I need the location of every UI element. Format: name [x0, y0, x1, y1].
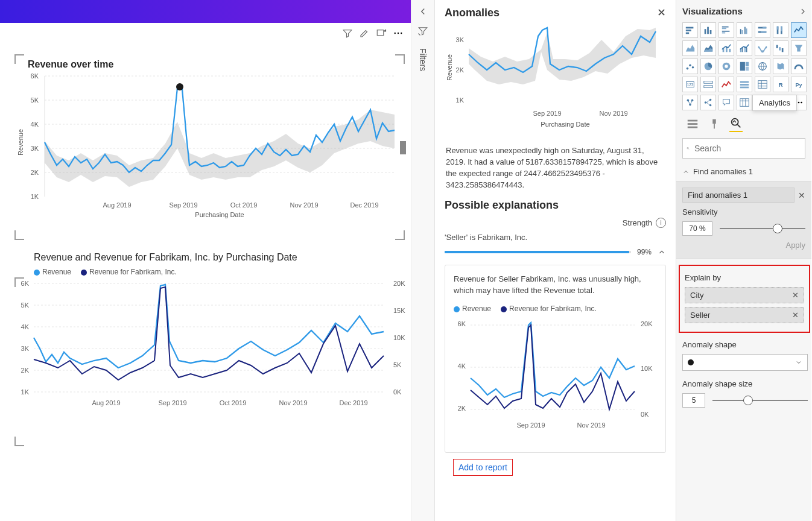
viz-kpi-icon[interactable] — [718, 77, 734, 92]
remove-field-icon[interactable]: ✕ — [792, 311, 799, 320]
y-axis-label: Revenue — [17, 129, 24, 156]
viz-stacked-column-icon[interactable] — [700, 22, 716, 38]
viz-python-icon[interactable]: Py — [791, 77, 807, 92]
sensitivity-label: Sensitivity — [682, 207, 805, 216]
chevron-up-icon[interactable] — [658, 248, 666, 256]
svg-text:6K: 6K — [458, 320, 466, 327]
chevron-right-icon[interactable] — [798, 7, 808, 16]
add-to-report-button[interactable]: Add to report — [453, 459, 513, 476]
chevron-left-icon[interactable] — [417, 6, 428, 17]
viz-treemap-icon[interactable] — [737, 58, 752, 74]
svg-text:15K: 15K — [393, 307, 405, 314]
field-well-seller[interactable]: Seller✕ — [685, 307, 804, 323]
viz-decomposition-icon[interactable] — [700, 95, 716, 110]
viz-key-influencers-icon[interactable] — [682, 95, 698, 110]
viz-ribbon-icon[interactable] — [755, 40, 770, 56]
svg-rect-106 — [704, 86, 712, 88]
viz-line-clustered-column-icon[interactable] — [737, 40, 752, 56]
shape-size-input[interactable]: 5 — [682, 393, 705, 408]
explanation-mini-chart: 6K 4K 2K 20K 10K 0K Sep 2019 Nov 2019 — [454, 317, 659, 437]
viz-matrix-icon[interactable] — [737, 95, 752, 110]
sensitivity-slider[interactable] — [720, 228, 805, 229]
chart-visual-revenue-fabrikam[interactable]: 6K 5K 4K 3K 2K 1K 20K 15K 10K 5K 0K Aug … — [17, 280, 411, 425]
explanation-card-text: Revenue for Seller Fabrikam, Inc. was un… — [454, 274, 657, 295]
viz-clustered-column-icon[interactable] — [737, 22, 752, 38]
viz-stacked-bar-icon[interactable] — [682, 22, 698, 38]
edit-icon[interactable] — [359, 28, 370, 39]
shape-size-slider[interactable] — [712, 400, 808, 401]
chevron-down-icon — [795, 359, 802, 366]
analytics-tab-icon[interactable] — [729, 116, 743, 132]
svg-text:4K: 4K — [21, 323, 30, 330]
svg-rect-71 — [740, 29, 741, 34]
anomaly-shape-select[interactable] — [682, 354, 808, 371]
viz-card-icon[interactable]: 123 — [682, 77, 698, 92]
fields-tab-icon[interactable] — [686, 118, 699, 131]
focus-icon[interactable] — [376, 28, 387, 39]
selection-handle[interactable] — [395, 54, 405, 64]
viz-pie-icon[interactable] — [700, 58, 716, 74]
search-field[interactable] — [693, 143, 801, 154]
selection-handle[interactable] — [395, 230, 405, 240]
svg-text:Py: Py — [795, 82, 802, 88]
chart-title: Revenue over time — [17, 57, 402, 71]
x-axis-label: Purchasing Date — [195, 211, 244, 218]
viz-funnel-icon[interactable] — [791, 40, 807, 56]
viz-stacked-area-icon[interactable] — [700, 40, 716, 56]
viz-100-stacked-column-icon[interactable] — [773, 22, 788, 38]
svg-rect-127 — [712, 119, 716, 124]
svg-rect-101 — [746, 67, 749, 71]
sensitivity-input[interactable]: 70 % — [682, 221, 712, 236]
apply-button[interactable]: Apply — [682, 241, 805, 250]
strength-row: 99% — [445, 248, 666, 256]
viz-table-icon[interactable] — [755, 77, 770, 92]
remove-icon[interactable]: ✕ — [798, 191, 805, 200]
selection-handle[interactable] — [14, 277, 24, 287]
viz-waterfall-icon[interactable] — [773, 40, 788, 56]
explanation-card-legend: Revenue Revenue for Fabrikam, Inc. — [454, 305, 657, 313]
viz-multi-card-icon[interactable] — [700, 77, 716, 92]
visual-toolbar — [342, 28, 404, 39]
viz-slicer-icon[interactable] — [737, 77, 752, 92]
viz-area-chart-icon[interactable] — [682, 40, 698, 56]
viz-line-stacked-column-icon[interactable] — [718, 40, 734, 56]
svg-rect-126 — [688, 127, 698, 128]
selection-handle[interactable] — [14, 54, 24, 64]
svg-text:Sep 2019: Sep 2019 — [516, 422, 545, 429]
viz-map-icon[interactable] — [755, 58, 770, 74]
more-options-icon[interactable] — [393, 28, 404, 39]
remove-field-icon[interactable]: ✕ — [792, 291, 799, 300]
viz-donut-icon[interactable] — [718, 58, 734, 74]
svg-rect-125 — [688, 123, 698, 125]
explain-by-section: Explain by City✕ Seller✕ — [679, 265, 810, 333]
svg-rect-99 — [740, 62, 745, 71]
svg-rect-67 — [722, 27, 729, 28]
search-input[interactable] — [682, 138, 805, 159]
svg-rect-73 — [744, 27, 746, 34]
find-anomalies-item[interactable]: Find anomalies 1 — [682, 188, 795, 203]
viz-scatter-icon[interactable] — [682, 58, 698, 74]
viz-100-stacked-bar-icon[interactable] — [755, 22, 770, 38]
report-canvas[interactable]: Revenue over time Revenue 6K 5K 4K 3K 2K… — [0, 0, 411, 521]
close-icon[interactable]: ✕ — [657, 6, 666, 19]
field-well-city[interactable]: City✕ — [685, 287, 804, 303]
drag-handle[interactable] — [400, 141, 406, 154]
selection-handle[interactable] — [14, 230, 24, 240]
find-anomalies-section[interactable]: Find anomalies 1 — [682, 167, 808, 176]
viz-line-chart-icon[interactable] — [791, 22, 807, 38]
viz-filled-map-icon[interactable] — [773, 58, 788, 74]
chart-visual-revenue-over-time[interactable]: Revenue over time Revenue 6K 5K 4K 3K 2K… — [17, 57, 402, 238]
anomalies-pane: Anomalies ✕ Revenue 3K 2K 1K Sep 2019 No… — [434, 0, 676, 521]
filter-icon[interactable] — [342, 28, 353, 39]
anomaly-marker[interactable] — [176, 83, 183, 90]
info-icon[interactable]: i — [656, 218, 666, 228]
viz-gauge-icon[interactable] — [791, 58, 807, 74]
format-tab-icon[interactable] — [708, 118, 721, 131]
viz-clustered-bar-icon[interactable] — [718, 22, 734, 38]
filters-rail[interactable]: Filters — [411, 0, 434, 521]
svg-rect-65 — [707, 27, 709, 34]
selection-handle[interactable] — [14, 437, 24, 446]
viz-r-icon[interactable]: R — [773, 77, 788, 92]
viz-qa-icon[interactable] — [718, 95, 734, 110]
filter-icon[interactable] — [417, 25, 428, 36]
